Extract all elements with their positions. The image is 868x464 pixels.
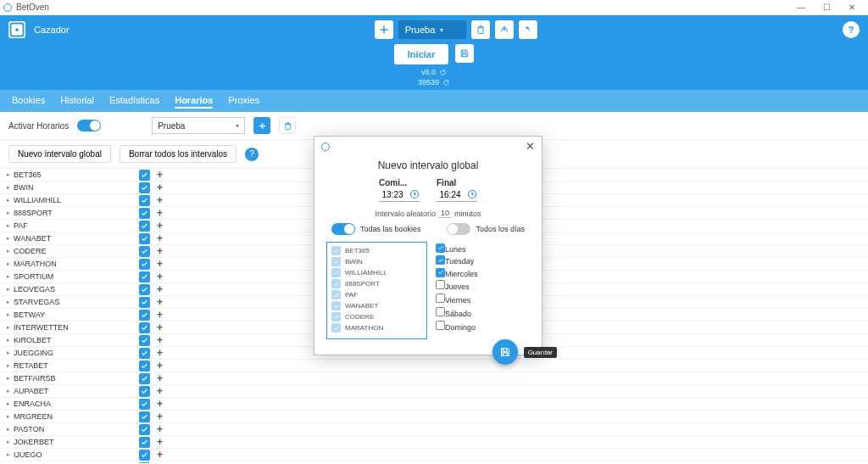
dialog-day-item[interactable]: Jueves <box>436 279 530 293</box>
bookie-enabled-checkbox[interactable] <box>139 170 150 181</box>
dialog-bookie-item[interactable]: CODERE <box>330 311 424 322</box>
add-interval-button[interactable]: + <box>157 271 163 282</box>
checkbox-icon[interactable] <box>436 268 445 277</box>
tab-horarios[interactable]: Horarios <box>175 93 213 109</box>
checkbox-icon[interactable] <box>436 243 445 253</box>
add-interval-button[interactable]: + <box>157 398 163 410</box>
bookie-row[interactable]: ▸JOKERBET+ <box>0 436 868 449</box>
toolbar-add-button[interactable] <box>253 117 270 134</box>
dialog-bookie-item[interactable]: PAF <box>330 289 424 300</box>
checkbox-icon[interactable] <box>331 290 341 299</box>
add-profile-button[interactable] <box>375 20 393 39</box>
bookie-enabled-checkbox[interactable] <box>139 386 150 397</box>
bookie-enabled-checkbox[interactable] <box>139 246 150 257</box>
checkbox-icon[interactable] <box>436 307 445 316</box>
bookie-enabled-checkbox[interactable] <box>139 195 150 206</box>
save-header-button[interactable] <box>455 44 474 63</box>
bookie-row[interactable]: ▸IJUEGO+ <box>0 449 868 461</box>
cazador-button[interactable] <box>8 21 25 38</box>
tab-bookies[interactable]: Bookies <box>12 93 45 109</box>
clock-icon[interactable] <box>467 189 477 199</box>
dialog-bookie-item[interactable]: 888SPORT <box>330 278 424 289</box>
add-interval-button[interactable]: + <box>157 436 163 448</box>
add-interval-button[interactable]: + <box>157 207 163 219</box>
maximize-button[interactable]: ☐ <box>814 3 839 12</box>
bookie-row[interactable]: ▸ENRACHA+ <box>0 398 868 411</box>
add-interval-button[interactable]: + <box>157 449 163 461</box>
random-interval-value[interactable]: 10 <box>438 209 452 218</box>
upload-button[interactable] <box>495 20 514 39</box>
delete-all-intervals-button[interactable]: Borrar todos los intervalos <box>120 145 236 163</box>
bookie-row[interactable]: ▸BETFAIRSB+ <box>0 372 868 385</box>
checkbox-icon[interactable] <box>331 268 341 277</box>
dialog-day-item[interactable]: Domingo <box>436 320 530 333</box>
checkbox-icon[interactable] <box>436 255 445 265</box>
bookie-enabled-checkbox[interactable] <box>139 424 150 435</box>
tab-estadísticas[interactable]: Estadísticas <box>109 93 159 109</box>
bookie-enabled-checkbox[interactable] <box>139 373 150 384</box>
add-interval-button[interactable]: + <box>157 182 163 193</box>
add-interval-button[interactable]: + <box>157 283 163 295</box>
checkbox-icon[interactable] <box>331 301 341 310</box>
new-global-interval-button[interactable]: Nuevo intervalo global <box>8 145 111 163</box>
add-interval-button[interactable]: + <box>157 411 163 422</box>
bookie-enabled-checkbox[interactable] <box>139 221 150 232</box>
dialog-close-button[interactable]: ✕ <box>526 140 535 153</box>
dialog-day-item[interactable]: Viernes <box>436 293 530 306</box>
bookie-row[interactable]: ▸PASTON+ <box>0 423 868 436</box>
bookie-row[interactable]: ▸EBINGO+ <box>0 461 868 463</box>
bookie-enabled-checkbox[interactable] <box>139 271 150 282</box>
toolbar-profile-select[interactable]: Prueba ▾ <box>152 117 245 134</box>
activate-toggle[interactable] <box>77 120 101 131</box>
add-interval-button[interactable]: + <box>157 258 163 270</box>
bookie-enabled-checkbox[interactable] <box>139 335 150 346</box>
checkbox-icon[interactable] <box>436 280 445 289</box>
bookie-row[interactable]: ▸MRGREEN+ <box>0 411 868 423</box>
dialog-day-item[interactable]: Lunes <box>436 242 530 254</box>
add-interval-button[interactable]: + <box>157 309 163 321</box>
dialog-bookie-item[interactable]: WANABET <box>330 300 424 311</box>
checkbox-icon[interactable] <box>331 257 341 266</box>
dialog-bookies-list[interactable]: BET365BWINWILLIAMHILL888SPORTPAFWANABETC… <box>326 242 427 339</box>
bookie-enabled-checkbox[interactable] <box>139 322 150 333</box>
checkbox-icon[interactable] <box>331 323 341 333</box>
close-button[interactable]: ✕ <box>839 3 865 12</box>
add-interval-button[interactable]: + <box>157 461 163 463</box>
add-interval-button[interactable]: + <box>157 372 163 384</box>
bookie-enabled-checkbox[interactable] <box>139 182 150 193</box>
add-interval-button[interactable]: + <box>157 423 163 435</box>
add-interval-button[interactable]: + <box>157 296 163 308</box>
delete-profile-button[interactable] <box>471 20 490 39</box>
add-interval-button[interactable]: + <box>157 321 163 333</box>
all-days-toggle[interactable] <box>447 223 470 235</box>
start-time-input[interactable] <box>379 190 406 199</box>
bookie-enabled-checkbox[interactable] <box>139 310 150 321</box>
save-interval-button[interactable] <box>492 339 518 365</box>
bookie-enabled-checkbox[interactable] <box>139 233 150 244</box>
checkbox-icon[interactable] <box>436 321 445 330</box>
bookie-enabled-checkbox[interactable] <box>139 297 150 308</box>
bookie-enabled-checkbox[interactable] <box>139 450 150 461</box>
all-bookies-toggle[interactable] <box>331 223 355 235</box>
clock-icon[interactable] <box>409 189 420 199</box>
dialog-bookie-item[interactable]: WILLIAMHILL <box>330 267 424 278</box>
bookie-enabled-checkbox[interactable] <box>139 361 150 372</box>
bookie-enabled-checkbox[interactable] <box>139 208 150 219</box>
toolbar-delete-button[interactable] <box>279 117 296 134</box>
tab-proxies[interactable]: Proxies <box>228 93 259 109</box>
help-schedule-button[interactable]: ? <box>245 148 259 161</box>
add-interval-button[interactable]: + <box>157 334 163 346</box>
bookie-enabled-checkbox[interactable] <box>139 284 150 295</box>
dialog-day-item[interactable]: Miercoles <box>436 266 530 279</box>
add-interval-button[interactable]: + <box>157 347 163 359</box>
bookie-enabled-checkbox[interactable] <box>139 437 150 448</box>
add-interval-button[interactable]: + <box>157 194 163 206</box>
bookie-enabled-checkbox[interactable] <box>139 399 150 410</box>
add-interval-button[interactable]: + <box>157 245 163 257</box>
minimize-button[interactable]: — <box>788 3 814 12</box>
help-button[interactable]: ? <box>843 21 860 38</box>
dialog-bookie-item[interactable]: BWIN <box>330 256 424 267</box>
bookie-row[interactable]: ▸RETABET+ <box>0 360 868 372</box>
add-interval-button[interactable]: + <box>157 385 163 397</box>
end-time-input[interactable] <box>437 190 464 199</box>
